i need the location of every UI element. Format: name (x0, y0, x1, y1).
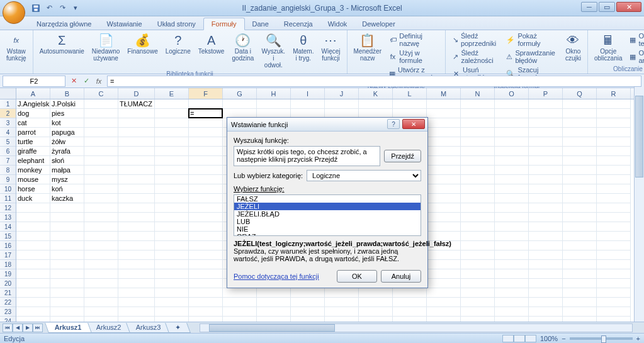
cell[interactable] (84, 232, 118, 241)
cell[interactable] (84, 250, 118, 260)
cell[interactable] (118, 184, 155, 194)
cell[interactable] (461, 156, 495, 166)
cell[interactable] (155, 222, 189, 232)
cell[interactable] (563, 269, 597, 279)
page-break-view-button[interactable] (525, 335, 536, 342)
cell[interactable] (461, 232, 495, 241)
sheet-prev-button[interactable]: ◀ (13, 323, 23, 332)
cell[interactable] (16, 307, 50, 317)
cell[interactable] (16, 298, 50, 307)
cell[interactable] (118, 156, 155, 166)
office-button[interactable] (3, 1, 25, 24)
trace-precedents-button[interactable]: ↘Śledź poprzedniki (449, 31, 501, 48)
cell[interactable] (50, 298, 84, 307)
cell[interactable] (495, 279, 529, 288)
cell[interactable] (84, 166, 118, 175)
error-check-button[interactable]: ⚠Sprawdzanie błędów (504, 48, 560, 65)
cell[interactable] (597, 156, 631, 166)
search-function-input[interactable]: Wpisz krótki opis tego, co chcesz zrobić… (234, 146, 380, 166)
cell[interactable] (291, 288, 325, 298)
cell[interactable] (563, 194, 597, 203)
cell[interactable] (427, 128, 461, 137)
cell[interactable] (155, 213, 189, 222)
cell[interactable] (118, 213, 155, 222)
cell[interactable] (563, 184, 597, 194)
cell[interactable]: = (189, 109, 223, 118)
go-button[interactable]: Przejdź (384, 150, 421, 162)
cell[interactable] (118, 175, 155, 184)
ok-button[interactable]: OK (337, 270, 377, 283)
cell[interactable] (563, 279, 597, 288)
cell[interactable] (597, 203, 631, 213)
cell[interactable]: turtle (16, 137, 50, 147)
row-header[interactable]: 8 (0, 166, 16, 175)
cell[interactable] (427, 260, 461, 269)
cell[interactable] (189, 118, 223, 128)
row-header[interactable]: 19 (0, 269, 16, 279)
cell[interactable] (16, 288, 50, 298)
cell[interactable] (84, 184, 118, 194)
cell[interactable] (50, 203, 84, 213)
cell[interactable] (16, 203, 50, 213)
sheet-tab[interactable]: Arkusz3 (126, 323, 171, 333)
hscroll-thumb[interactable] (209, 324, 335, 332)
cell[interactable] (563, 213, 597, 222)
dialog-titlebar[interactable]: Wstawianie funkcji ? ✕ (227, 118, 427, 132)
cell[interactable] (529, 260, 563, 269)
cell[interactable] (223, 288, 257, 298)
cell[interactable] (84, 260, 118, 269)
maximize-button[interactable]: ▭ (599, 2, 615, 12)
sheet-tab[interactable]: Arkusz1 (45, 323, 92, 333)
cell[interactable] (84, 213, 118, 222)
sheet-last-button[interactable]: ⏭ (33, 323, 43, 332)
cell[interactable] (495, 147, 529, 156)
column-header[interactable]: A (16, 88, 50, 99)
cell[interactable] (189, 184, 223, 194)
column-header[interactable]: D (118, 88, 155, 99)
function-list-item[interactable]: ORAZ (234, 233, 421, 236)
cell[interactable] (495, 128, 529, 137)
new-sheet-button[interactable]: ✦ (165, 323, 191, 333)
cell[interactable] (563, 298, 597, 307)
cell[interactable] (427, 156, 461, 166)
cell[interactable] (461, 260, 495, 269)
function-list-item[interactable]: JEŻELI.BŁĄD (234, 210, 421, 218)
row-header[interactable]: 13 (0, 213, 16, 222)
row-header[interactable]: 14 (0, 222, 16, 232)
cell[interactable] (563, 166, 597, 175)
column-header[interactable]: N (461, 88, 495, 99)
zoom-slider[interactable] (570, 337, 633, 340)
cell[interactable] (495, 109, 529, 118)
column-header[interactable]: I (291, 88, 325, 99)
cell[interactable] (597, 232, 631, 241)
cell[interactable] (563, 222, 597, 232)
tab-układ-strony[interactable]: Układ strony (150, 18, 203, 30)
cell[interactable] (461, 269, 495, 279)
cell[interactable] (155, 298, 189, 307)
row-header[interactable]: 12 (0, 203, 16, 213)
cell[interactable] (529, 288, 563, 298)
cell[interactable] (84, 156, 118, 166)
cell[interactable] (155, 307, 189, 317)
vertical-scrollbar[interactable] (634, 87, 644, 322)
cell[interactable] (563, 109, 597, 118)
cell[interactable] (118, 307, 155, 317)
cell[interactable] (529, 232, 563, 241)
cell[interactable]: słoń (50, 156, 84, 166)
cell[interactable] (563, 232, 597, 241)
more-functions-button[interactable]: ⋯Więcej funkcji (319, 31, 342, 63)
cell[interactable] (461, 288, 495, 298)
cell[interactable] (118, 241, 155, 250)
cell[interactable] (597, 109, 631, 118)
cell[interactable] (461, 222, 495, 232)
cell[interactable] (597, 222, 631, 232)
cell[interactable] (529, 147, 563, 156)
cell[interactable] (189, 288, 223, 298)
row-header[interactable]: 18 (0, 260, 16, 269)
cell[interactable]: papuga (50, 128, 84, 137)
cell[interactable] (461, 166, 495, 175)
cell[interactable] (461, 279, 495, 288)
cell[interactable] (16, 269, 50, 279)
cell[interactable] (359, 298, 393, 307)
name-manager-button[interactable]: 📋Menedżer nazw (351, 31, 384, 63)
